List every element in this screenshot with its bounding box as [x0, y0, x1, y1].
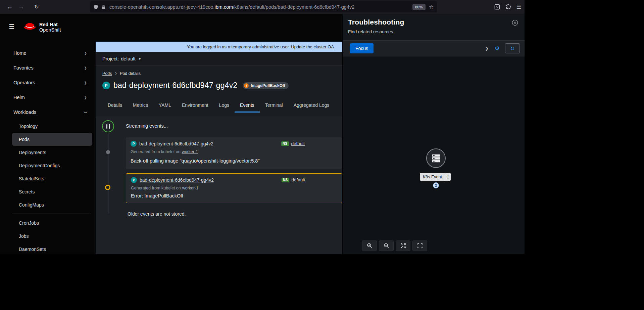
sidebar-item-configmaps[interactable]: ConfigMaps [12, 198, 92, 211]
browser-window: ← → ↻ console-openshift-console.apps.rdr… [0, 0, 525, 254]
event-source: Generated from kubelet onworker-1 [131, 149, 198, 154]
masthead: ☰ Red Hat OpenShift [0, 14, 342, 42]
tab-aggregated-logs[interactable]: Aggregated Logs [288, 99, 335, 113]
event-source: Generated from kubelet onworker-1 [131, 186, 198, 190]
chevron-down-icon: ❯ [84, 111, 87, 114]
sidebar: Home ❯ Favorites ❯ Operators ❯ Helm ❯ Wo… [0, 42, 96, 254]
node-label-pill[interactable]: K8s Event ⋮ [420, 173, 451, 181]
event-resource-link[interactable]: bad-deployment-6d6cfbd947-gg4v2 [140, 177, 214, 183]
tab-environment[interactable]: Environment [177, 99, 214, 113]
breadcrumb-separator-icon: ❯ [115, 72, 117, 75]
reload-button[interactable]: ↻ [31, 2, 42, 12]
event-message: Error: ImagePullBackOff [131, 193, 183, 198]
sidebar-item-operators[interactable]: Operators ❯ [0, 75, 96, 90]
redhat-logo-icon [23, 22, 36, 33]
pod-kind-icon: P [131, 177, 137, 183]
timeline-dot [106, 150, 110, 154]
pocket-icon[interactable] [494, 4, 500, 10]
sidebar-item-topology[interactable]: Topology [12, 120, 92, 133]
tab-logs[interactable]: Logs [214, 99, 235, 113]
pod-kind-icon: P [131, 141, 137, 147]
page-title: bad-deployment-6d6cfbd947-gg4v2 [113, 81, 237, 90]
event-message: Back-off pulling image "quay.io/openshif… [131, 158, 260, 164]
sidebar-item-deployments[interactable]: Deployments [12, 146, 92, 159]
node-count-badge[interactable]: 2 [433, 182, 439, 188]
kebab-menu-icon[interactable]: ⋮ [445, 173, 451, 181]
pod-kind-icon: P [102, 82, 110, 89]
focus-button[interactable]: Focus [350, 43, 374, 53]
pause-streaming-button[interactable] [102, 120, 114, 132]
sidebar-item-favorites[interactable]: Favorites ❯ [0, 60, 96, 75]
sidebar-item-label: Workloads [13, 109, 36, 115]
timeline-dot-highlighted [105, 185, 110, 190]
close-icon [512, 19, 518, 26]
topology-canvas[interactable]: K8s Event ⋮ 2 [343, 56, 525, 254]
sidebar-item-label: Helm [13, 95, 25, 100]
brand-text: Red Hat OpenShift [39, 22, 61, 33]
sidebar-item-daemonsets[interactable]: DaemonSets [12, 242, 92, 256]
chevron-right-icon: ❯ [84, 51, 87, 55]
tab-metrics[interactable]: Metrics [128, 99, 153, 113]
browser-toolbar-right: ☰ [494, 0, 523, 14]
lock-icon[interactable] [101, 4, 106, 9]
node-link[interactable]: worker-1 [182, 149, 198, 154]
sidebar-item-label: Home [13, 50, 27, 56]
nav-toggle-button[interactable]: ☰ [9, 23, 14, 31]
brand-logo[interactable]: Red Hat OpenShift [23, 22, 61, 33]
sync-button[interactable]: ↻ [505, 43, 520, 53]
expand-chevron-icon[interactable]: ❯ [485, 46, 489, 51]
url-bar[interactable]: console-openshift-console.apps.rdr-jeev-… [90, 1, 437, 12]
sidebar-item-home[interactable]: Home ❯ [0, 46, 96, 60]
back-button[interactable]: ← [4, 2, 15, 12]
browser-toolbar: ← → ↻ console-openshift-console.apps.rdr… [0, 0, 525, 14]
browser-menu-button[interactable]: ☰ [516, 4, 521, 10]
sidebar-item-helm[interactable]: Helm ❯ [0, 90, 96, 105]
caret-down-icon: ▾ [139, 57, 141, 61]
pod-detail-tabs: Details Metrics YAML Environment Logs Ev… [102, 99, 342, 113]
close-panel-button[interactable] [512, 19, 518, 26]
forward-button[interactable]: → [15, 2, 27, 12]
breadcrumb-pods-link[interactable]: Pods [102, 71, 112, 76]
k8s-event-node[interactable] [426, 148, 446, 168]
bookmark-star-icon[interactable]: ☆ [429, 4, 434, 10]
zoom-level-badge[interactable]: 80% [412, 4, 426, 10]
alert-text: You are logged in as a temporary adminis… [187, 42, 334, 52]
namespace-link[interactable]: default [292, 177, 305, 182]
namespace-badge: NS [281, 141, 289, 146]
tab-events[interactable]: Events [235, 99, 260, 113]
openshift-console: ☰ Red Hat OpenShift Home ❯ Favorites [0, 14, 525, 254]
sidebar-item-pods[interactable]: Pods [12, 133, 92, 146]
shield-icon[interactable] [93, 4, 98, 10]
project-selector[interactable]: Project: default ▾ [96, 52, 342, 66]
tab-terminal[interactable]: Terminal [260, 99, 288, 113]
event-card-highlighted: P bad-deployment-6d6cfbd947-gg4v2 NS def… [126, 173, 342, 203]
sidebar-item-workloads[interactable]: Workloads ❯ [0, 105, 96, 120]
tab-yaml[interactable]: YAML [153, 99, 177, 113]
namespace-badge: NS [282, 178, 289, 182]
sidebar-item-statefulsets[interactable]: StatefulSets [12, 172, 92, 185]
zoom-in-button[interactable] [362, 240, 377, 251]
panel-subtitle: Find related resources. [348, 29, 394, 34]
zoom-in-icon [367, 243, 373, 249]
extensions-icon[interactable] [505, 4, 511, 10]
node-link[interactable]: worker-1 [182, 186, 199, 190]
sidebar-item-deploymentconfigs[interactable]: DeploymentConfigs [12, 159, 92, 172]
sidebar-item-cronjobs[interactable]: CronJobs [12, 216, 92, 229]
fit-to-screen-button[interactable] [396, 240, 410, 251]
namespace-link[interactable]: default [291, 141, 305, 146]
event-resource-link[interactable]: bad-deployment-6d6cfbd947-gg4v2 [139, 141, 213, 146]
warning-icon: ! [244, 83, 249, 88]
cluster-oauth-link[interactable]: cluster OA [313, 44, 334, 49]
panel-toolbar: Focus ❯ ⚙ ↻ [343, 40, 525, 56]
fullscreen-icon [417, 243, 423, 249]
sidebar-item-jobs[interactable]: Jobs [12, 229, 92, 242]
chevron-right-icon: ❯ [84, 96, 87, 99]
breadcrumb: Pods ❯ Pod details [102, 71, 141, 76]
tab-details[interactable]: Details [102, 99, 128, 113]
zoom-out-button[interactable] [379, 240, 394, 251]
canvas-controls [362, 240, 427, 251]
fullscreen-button[interactable] [412, 240, 427, 251]
url-text: console-openshift-console.apps.rdr-jeev-… [109, 4, 410, 10]
settings-gear-icon[interactable]: ⚙ [495, 45, 500, 52]
sidebar-item-secrets[interactable]: Secrets [12, 185, 92, 198]
